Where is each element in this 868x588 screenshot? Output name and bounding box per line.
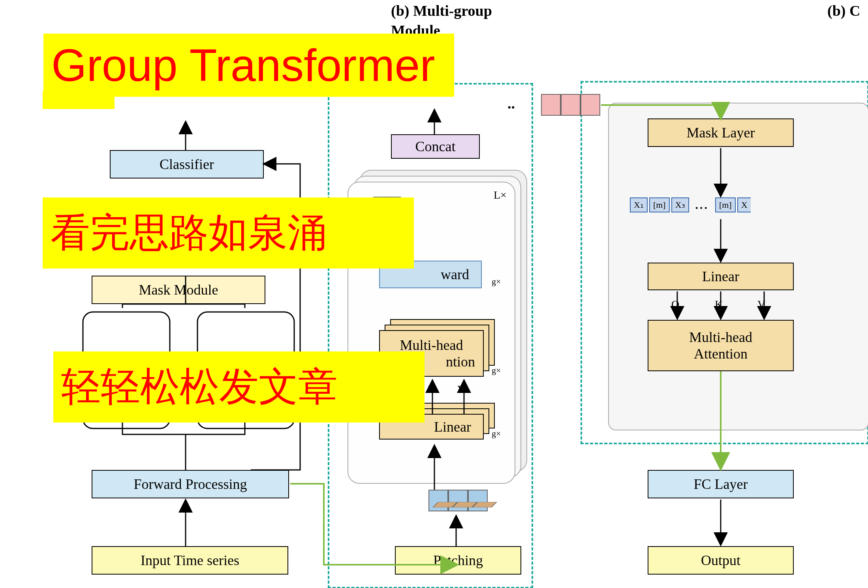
mask-module-block: Mask Module xyxy=(92,276,265,304)
v-label-center: V xyxy=(457,383,465,396)
header-right: (b) C xyxy=(827,2,860,19)
input-time-series-block: Input Time series xyxy=(92,546,288,575)
forward-processing-block: Forward Processing xyxy=(92,470,289,498)
gx-label-2: g× xyxy=(492,365,501,376)
gx-label-3: g× xyxy=(492,428,501,439)
fc-layer-block: FC Layer xyxy=(648,470,794,498)
overlay-title-text: Group Transformer xyxy=(51,39,435,91)
token-m2: [m] xyxy=(715,197,736,212)
multihead-text-right: Multi-head xyxy=(689,329,752,346)
classifier-block: Classifier xyxy=(110,150,264,178)
patching-cubes-top xyxy=(432,502,497,507)
ntion-text: ntion xyxy=(446,353,475,370)
token-x1: X₁ xyxy=(630,197,648,212)
k-label-center: K xyxy=(428,383,436,396)
overlay-yellow-strip xyxy=(43,91,115,109)
multihead-attention-right: Multi-head Attention xyxy=(648,320,794,371)
overlay-line2: 轻轻松松发文章 xyxy=(53,351,425,423)
header-multigroup: (b) Multi-group xyxy=(391,2,492,19)
token-m1: [m] xyxy=(649,197,670,212)
q-label: Q xyxy=(671,298,679,311)
k-label: K xyxy=(715,298,723,311)
lx-label: L× xyxy=(494,189,507,201)
concat-block: Concat xyxy=(391,134,480,159)
token-xn: X xyxy=(737,197,751,212)
overlay-line2-text: 轻轻松松发文章 xyxy=(61,361,338,414)
token-row: X₁ [m] X₃ ... [m] X xyxy=(630,197,751,212)
mask-layer-block: Mask Layer xyxy=(648,118,794,147)
patching-cubes xyxy=(428,490,488,511)
patching-block: Patching xyxy=(395,546,521,575)
ward-text: ward xyxy=(441,266,469,283)
output-block: Output xyxy=(648,546,794,575)
linear-text-center: Linear xyxy=(434,419,471,435)
linear-block-right: Linear xyxy=(648,263,794,290)
gx-label-1: g× xyxy=(492,276,501,287)
token-x3: X₃ xyxy=(671,197,689,212)
overlay-title: Group Transformer xyxy=(43,34,454,97)
attention-text-right: Attention xyxy=(694,346,748,362)
overlay-line1: 看完思路如泉涌 xyxy=(43,197,414,269)
overlay-line1-text: 看完思路如泉涌 xyxy=(51,207,327,260)
v-label: V xyxy=(757,298,765,311)
multihead-text: Multi-head xyxy=(400,337,463,353)
token-ellipsis: ... xyxy=(695,198,709,212)
output-cubes-pink xyxy=(541,94,600,116)
